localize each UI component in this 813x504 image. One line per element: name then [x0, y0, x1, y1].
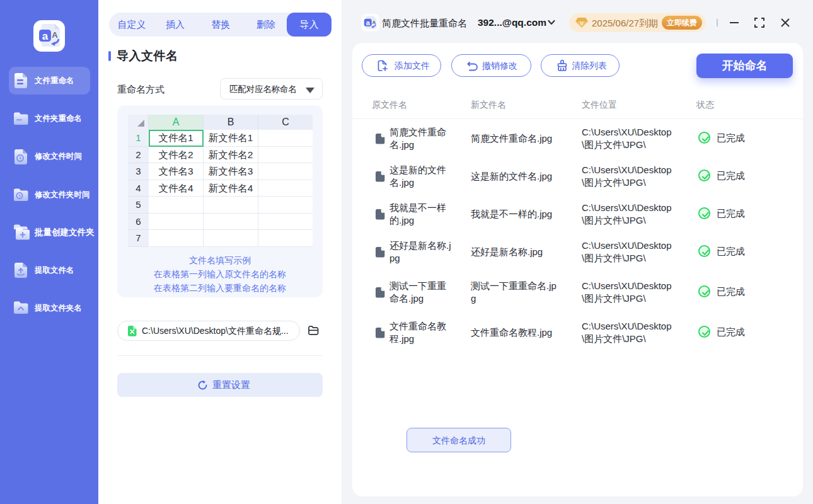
svg-text:a: a — [366, 19, 371, 26]
svg-text:A: A — [52, 30, 58, 40]
svg-text:V: V — [580, 20, 584, 26]
svg-text:a: a — [42, 30, 49, 42]
svg-text:A: A — [372, 20, 376, 25]
